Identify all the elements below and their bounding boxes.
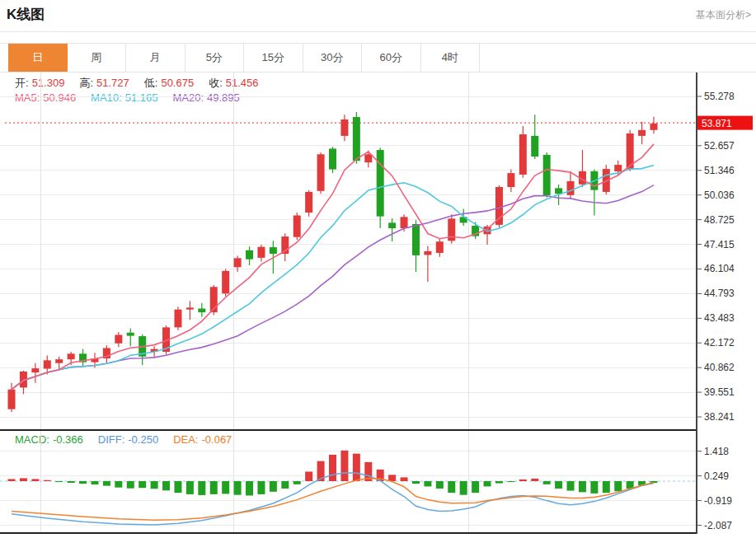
candles — [8, 112, 658, 412]
axis-label: 47.415 — [704, 239, 735, 250]
macd-bar — [329, 455, 336, 481]
tab-月[interactable]: 月 — [126, 44, 185, 72]
macd-bar — [555, 481, 562, 489]
candle-body — [388, 222, 396, 228]
axis-label: 40.862 — [704, 362, 735, 373]
tab-30分[interactable]: 30分 — [303, 44, 363, 72]
candle-body — [222, 271, 229, 293]
tab-15分[interactable]: 15分 — [244, 44, 303, 72]
candle-body — [495, 187, 503, 225]
axis-label: 55.278 — [704, 91, 735, 102]
candle-body — [412, 224, 420, 255]
macd-bar — [650, 481, 658, 483]
candle-body — [519, 134, 527, 175]
kline-page: K线图 基本面分析> 日周月5分15分30分60分4时 开:51.309高:51… — [0, 0, 756, 538]
macd-bar — [91, 481, 98, 484]
axis-label: 0.249 — [704, 470, 729, 482]
fundamental-analysis-link[interactable]: 基本面分析> — [696, 8, 751, 22]
macd-bar — [270, 481, 277, 492]
ma20-line — [12, 185, 654, 390]
macd-bar — [257, 481, 265, 494]
macd-bar — [234, 481, 242, 495]
macd-bar — [139, 481, 146, 488]
axis-label: 52.657 — [704, 140, 735, 152]
candle-body — [44, 360, 51, 368]
candle-body — [127, 333, 134, 336]
candle-body — [234, 258, 242, 267]
macd-bar — [281, 481, 289, 489]
macd-bar — [543, 481, 551, 484]
macd-bar — [590, 481, 598, 494]
macd-bar — [388, 475, 396, 481]
candle-body — [340, 119, 348, 136]
axis-label: 44.793 — [704, 288, 735, 299]
macd-bar — [340, 451, 348, 481]
candle-body — [507, 173, 514, 187]
candle-body — [186, 307, 194, 309]
tab-日[interactable]: 日 — [8, 44, 68, 72]
axis-label: -2.087 — [704, 520, 732, 531]
macd-bar — [436, 481, 444, 489]
candle-body — [567, 181, 575, 195]
macd-bar — [210, 481, 218, 494]
candle-body — [31, 368, 39, 372]
candle-body — [531, 136, 538, 157]
kline-chart-svg[interactable]: 55.27852.65751.34650.03648.72547.41546.1… — [0, 73, 756, 538]
macd-bar — [519, 480, 527, 481]
macd-bar — [305, 471, 312, 481]
macd-bar — [246, 481, 253, 495]
macd-bar — [55, 481, 63, 482]
candle-body — [115, 334, 122, 343]
macd-bar — [484, 481, 491, 486]
tab-4时[interactable]: 4时 — [421, 44, 481, 72]
macd-bar — [603, 481, 610, 493]
candle-body — [293, 215, 301, 236]
macd-bar — [222, 481, 229, 494]
candle-body — [270, 247, 277, 254]
last-price-badge-text: 53.871 — [702, 118, 732, 129]
candle-body — [364, 154, 372, 162]
candle-body — [436, 241, 444, 253]
macd-bar — [448, 481, 455, 493]
candle-body — [401, 217, 408, 228]
macd-bar — [614, 481, 622, 491]
candle-body — [198, 309, 205, 313]
macd-bar — [115, 481, 122, 488]
interval-tabs: 日周月5分15分30分60分4时 — [0, 43, 756, 73]
tab-60分[interactable]: 60分 — [362, 44, 421, 72]
candle-body — [329, 148, 336, 169]
candle-body — [8, 390, 16, 409]
axis-label: 39.551 — [704, 386, 735, 398]
axis-label: 42.172 — [704, 337, 735, 349]
candle-body — [317, 154, 325, 191]
macd-bar — [174, 481, 181, 493]
title-divider — [0, 31, 756, 32]
macd-bar — [198, 481, 205, 495]
macd-bar — [579, 481, 586, 492]
page-title: K线图 — [7, 5, 45, 24]
axis-label: 1.418 — [704, 446, 729, 457]
macd-bar — [31, 479, 39, 481]
axis-label: 43.483 — [704, 312, 735, 324]
tab-5分[interactable]: 5分 — [185, 44, 245, 72]
macd-bar — [103, 481, 110, 486]
macd-bar — [151, 481, 158, 489]
candle-body — [377, 150, 384, 217]
candle-body — [353, 117, 360, 161]
macd-bar — [424, 481, 431, 486]
tab-周[interactable]: 周 — [68, 44, 127, 72]
axis-label: 50.036 — [704, 189, 735, 201]
macd-bar — [401, 477, 408, 481]
macd-bar — [567, 481, 575, 491]
candle-body — [68, 353, 75, 359]
macd-bar — [412, 481, 420, 484]
macd-bar — [162, 481, 170, 490]
macd-bar — [20, 478, 27, 481]
candle-body — [246, 250, 253, 260]
candle-body — [650, 124, 658, 130]
axis-label: 51.346 — [704, 165, 735, 176]
candle-body — [614, 165, 622, 171]
candle-body — [55, 359, 63, 363]
macd-bar — [531, 479, 538, 481]
macd-bar — [8, 479, 16, 481]
